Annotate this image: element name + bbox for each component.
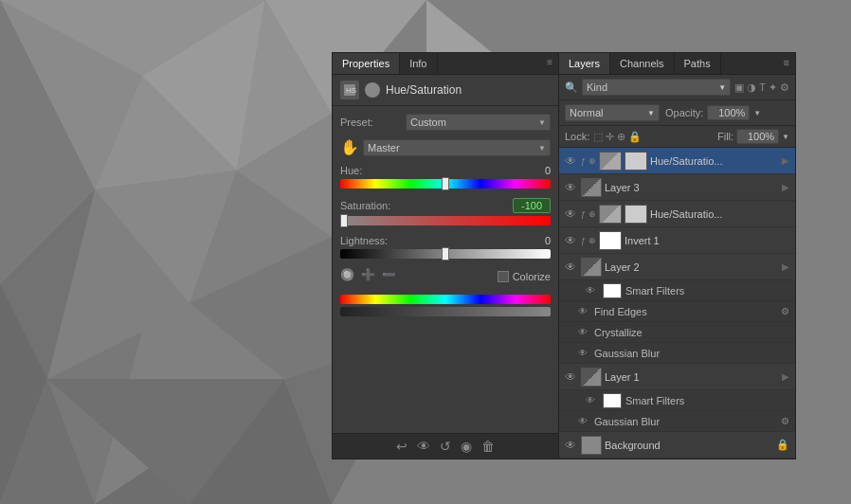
gray-bar <box>340 307 551 316</box>
layer-row-background[interactable]: 👁 Background 🔒 <box>559 432 795 459</box>
adjust-filter-icon[interactable]: ◑ <box>747 81 756 94</box>
channel-dropdown[interactable]: Master ▼ <box>363 139 551 156</box>
type-filter-icon[interactable]: T <box>759 81 766 94</box>
visibility-find-edges[interactable]: 👁 <box>578 306 591 316</box>
visibility-icon-invert-1[interactable]: 👁 <box>565 234 578 247</box>
lock-bar: Lock: ⬚ ✛ ⊕ 🔒 Fill: 100% ▼ <box>559 126 795 148</box>
eyedropper-sub-icon[interactable]: ➖ <box>382 268 399 285</box>
colorize-checkbox-label[interactable]: Colorize <box>498 271 551 282</box>
channel-dropdown-arrow: ▼ <box>538 144 546 153</box>
properties-close-button[interactable]: ≡ <box>541 53 558 74</box>
channel-value: Master <box>368 142 400 153</box>
lightness-slider-track[interactable] <box>340 249 551 259</box>
layer-row-layer-1[interactable]: 👁 Layer 1 ▶ <box>559 364 795 390</box>
eyedropper-add-icon[interactable]: ➕ <box>361 268 378 285</box>
filter-gaussian-blur-layer1[interactable]: 👁 Gaussian Blur ⚙ <box>559 411 795 432</box>
visibility-icon[interactable]: 👁 <box>417 439 430 454</box>
visibility-crystallize[interactable]: 👁 <box>578 327 591 337</box>
visibility-icon-layer-1[interactable]: 👁 <box>565 370 578 384</box>
saturation-label: Saturation: <box>340 200 416 211</box>
lock-pixels-icon[interactable]: ⬚ <box>593 131 603 143</box>
properties-body: Preset: Custom ▼ ✋ Master ▼ Hue: 0 <box>333 106 558 433</box>
chain-icon-hue-sat-1: ⊕ <box>588 156 596 166</box>
pixel-filter-icon[interactable]: ▣ <box>734 81 744 94</box>
layers-tab-bar: Layers Channels Paths ≡ <box>559 53 795 75</box>
preset-dropdown[interactable]: Custom ▼ <box>406 114 551 131</box>
reset-icon[interactable]: ↩ <box>396 439 407 454</box>
hue-slider-track[interactable] <box>340 179 551 189</box>
blend-mode-dropdown[interactable]: Normal ▼ <box>565 104 660 121</box>
saturation-section: Saturation: -100 <box>340 198 551 225</box>
svg-text:HS: HS <box>346 86 356 95</box>
lock-all-icon[interactable]: 🔒 <box>628 131 642 143</box>
layers-list: 👁 ƒ ⊕ Hue/Saturatio... ▶ 👁 Layer 3 ▶ 👁 ƒ… <box>559 148 795 459</box>
search-bar: 🔍 Kind ▼ ▣ ◑ T ✦ ⚙ <box>559 75 795 100</box>
tab-channels[interactable]: Channels <box>610 53 674 74</box>
layers-close-button[interactable]: ≡ <box>778 53 795 74</box>
eye-clip-icon[interactable]: ◉ <box>461 439 472 454</box>
fill-input[interactable]: 100% <box>736 129 779 144</box>
visibility-icon-hue-sat-2[interactable]: 👁 <box>565 207 578 221</box>
layer-thumb-layer-3 <box>581 178 602 197</box>
layer-mask-hue-sat-1 <box>625 152 647 171</box>
tab-layers[interactable]: Layers <box>559 53 610 74</box>
colorize-row: 🔘 ➕ ➖ Colorize <box>340 268 551 285</box>
layer-thumb-layer-1 <box>581 368 602 387</box>
opacity-input[interactable]: 100% <box>707 105 750 120</box>
filter-gaussian-blur-layer2[interactable]: 👁 Gaussian Blur <box>559 343 795 364</box>
saturation-slider-thumb[interactable] <box>340 214 348 227</box>
lock-artboards-icon[interactable]: ⊕ <box>617 131 625 143</box>
layer-row-invert-1[interactable]: 👁 ƒ ⊕ Invert 1 <box>559 227 795 254</box>
visibility-icon-layer-3[interactable]: 👁 <box>565 181 578 194</box>
search-filter-icons: ▣ ◑ T ✦ ⚙ <box>734 81 789 94</box>
tab-paths[interactable]: Paths <box>675 53 721 74</box>
opacity-arrow[interactable]: ▼ <box>753 109 761 117</box>
hand-tool-icon[interactable]: ✋ <box>340 138 359 157</box>
hue-label: Hue: <box>340 165 416 176</box>
filter-find-edges[interactable]: 👁 Find Edges ⚙ <box>559 301 795 322</box>
tab-info[interactable]: Info <box>400 53 437 74</box>
trash-icon[interactable]: 🗑 <box>481 439 495 454</box>
colorize-checkbox[interactable] <box>498 271 509 282</box>
undo-icon[interactable]: ↺ <box>440 439 451 454</box>
smart-filters-thumb-layer-2 <box>603 283 622 298</box>
hue-value: 0 <box>545 165 551 176</box>
visibility-gaussian-blur-layer1[interactable]: 👁 <box>578 416 591 426</box>
visibility-smart-filters-layer-2[interactable]: 👁 <box>586 285 599 296</box>
layer-extra-layer-3: ▶ <box>782 182 789 192</box>
tool-icons: 🔘 ➕ ➖ <box>340 268 492 285</box>
layer-row-hue-sat-2[interactable]: 👁 ƒ ⊕ Hue/Saturatio... <box>559 201 795 227</box>
panel-title: Hue/Saturation <box>386 83 462 97</box>
preset-label: Preset: <box>340 117 402 128</box>
chain-icon-invert-1: ⊕ <box>588 236 596 245</box>
lock-position-icon[interactable]: ✛ <box>606 131 614 143</box>
filter-crystallize-name: Crystallize <box>594 327 789 338</box>
blend-mode-value: Normal <box>570 107 603 118</box>
filter-gaussian-blur-layer1-name: Gaussian Blur <box>594 416 778 427</box>
tab-properties[interactable]: Properties <box>333 53 400 74</box>
visibility-icon-layer-2[interactable]: 👁 <box>565 261 578 274</box>
layer-thumb-invert-1 <box>599 231 622 250</box>
visibility-gaussian-blur-layer2[interactable]: 👁 <box>578 348 591 358</box>
layer-row-hue-sat-1[interactable]: 👁 ƒ ⊕ Hue/Saturatio... ▶ <box>559 148 795 174</box>
layer-extra-hue-sat-1: ▶ <box>782 155 789 166</box>
layer-row-layer-2[interactable]: 👁 Layer 2 ▶ <box>559 254 795 280</box>
visibility-icon-hue-sat-1[interactable]: 👁 <box>565 154 578 168</box>
filter-crystallize[interactable]: 👁 Crystallize <box>559 322 795 343</box>
eyedropper-icon[interactable]: 🔘 <box>340 268 357 285</box>
link-icon-invert-1: ƒ <box>581 236 586 245</box>
smart-filter-icon[interactable]: ⚙ <box>780 81 789 94</box>
lightness-slider-thumb[interactable] <box>442 247 449 261</box>
layer-row-layer-3[interactable]: 👁 Layer 3 ▶ <box>559 174 795 201</box>
saturation-slider-track[interactable] <box>340 216 551 225</box>
hue-slider-thumb[interactable] <box>442 177 449 190</box>
visibility-icon-background[interactable]: 👁 <box>565 439 578 452</box>
kind-dropdown-arrow: ▼ <box>718 83 726 92</box>
layer-name-layer-3: Layer 3 <box>605 182 779 193</box>
visibility-smart-filters-layer-1[interactable]: 👁 <box>586 395 599 405</box>
shape-filter-icon[interactable]: ✦ <box>769 81 777 94</box>
fill-arrow[interactable]: ▼ <box>782 133 789 141</box>
master-row: ✋ Master ▼ <box>340 138 551 157</box>
preset-row: Preset: Custom ▼ <box>340 114 551 131</box>
kind-dropdown[interactable]: Kind ▼ <box>582 79 731 96</box>
